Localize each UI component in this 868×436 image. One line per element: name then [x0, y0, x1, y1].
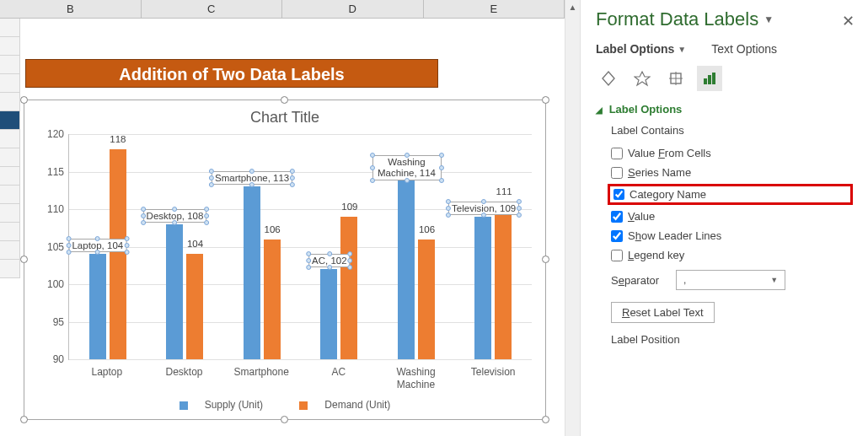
worksheet: B C D E Addition of Two Data Labels Char…	[0, 0, 565, 436]
col-header[interactable]: E	[424, 0, 565, 18]
bar-demand[interactable]	[495, 202, 512, 359]
y-axis-tick: 110	[35, 203, 69, 215]
bar-demand[interactable]	[418, 240, 435, 359]
opt-leader-lines[interactable]: Show Leader Lines	[596, 226, 853, 245]
label-contains-header: Label Contains	[596, 124, 853, 137]
bar-demand[interactable]	[186, 254, 203, 359]
chart-object[interactable]: Chart Title 9095100105110115120Laptop, 1…	[24, 100, 546, 420]
y-axis-tick: 95	[35, 316, 69, 328]
pane-icon-tabs	[596, 66, 853, 91]
checkbox[interactable]	[611, 167, 623, 179]
opt-category-name-label[interactable]: Category Name	[630, 188, 706, 201]
y-axis-tick: 120	[35, 128, 69, 140]
data-label[interactable]: AC, 102	[308, 254, 351, 267]
bar-supply[interactable]	[166, 224, 183, 359]
chevron-down-icon: ▼	[678, 45, 686, 54]
title-banner: Addition of Two Data Labels	[25, 59, 438, 88]
bar-supply[interactable]	[89, 254, 106, 359]
reset-label-text-button[interactable]: Reset Label Text	[611, 302, 715, 323]
close-icon[interactable]: ✕	[842, 12, 855, 30]
tab-text-options[interactable]: Text Options	[711, 42, 777, 56]
bar-demand[interactable]	[264, 240, 281, 359]
opt-series-name[interactable]: Series Name	[596, 163, 853, 182]
bar-supply[interactable]	[474, 217, 491, 359]
label-position-header: Label Position	[596, 333, 853, 346]
data-label[interactable]: 111	[496, 186, 512, 196]
x-axis-tick: AC	[300, 366, 378, 390]
opt-category-name-hl: Category Name	[608, 184, 853, 205]
section-label-options[interactable]: ◢ Label Options	[596, 103, 853, 116]
checkbox[interactable]	[611, 148, 623, 159]
pane-title: Format Data Labels ▼	[596, 8, 853, 30]
data-label[interactable]: Washing Machine, 114	[372, 155, 442, 180]
separator-row: Separator , ▼	[596, 265, 853, 295]
bar-supply[interactable]	[244, 186, 260, 359]
legend-item: Demand (Unit)	[291, 399, 399, 411]
data-label[interactable]: 106	[419, 224, 435, 234]
resize-handle[interactable]	[542, 416, 549, 423]
data-label[interactable]: 118	[110, 134, 126, 144]
y-axis-tick: 100	[35, 278, 69, 290]
bar-demand[interactable]	[340, 217, 357, 359]
fill-icon[interactable]	[596, 66, 621, 91]
x-axis-tick: Laptop	[68, 366, 146, 390]
resize-handle[interactable]	[20, 96, 28, 104]
pane-subtabs: Label Options ▼ Text Options	[596, 42, 853, 56]
svg-rect-3	[708, 75, 711, 84]
collapse-icon: ◢	[596, 105, 603, 115]
x-axis-tick: Desktop	[146, 366, 223, 390]
chart-options-icon[interactable]	[697, 66, 722, 91]
bar-supply[interactable]	[320, 269, 337, 359]
opt-value[interactable]: Value	[596, 207, 853, 226]
col-header[interactable]: C	[142, 0, 283, 18]
y-axis-tick: 90	[35, 353, 69, 365]
bar-supply[interactable]	[398, 179, 415, 359]
resize-handle[interactable]	[281, 96, 288, 104]
column-headers: B C D E	[0, 0, 565, 19]
data-label[interactable]: 106	[265, 224, 281, 234]
size-icon[interactable]	[663, 66, 689, 91]
checkbox[interactable]	[613, 189, 624, 200]
col-header[interactable]: D	[282, 0, 424, 18]
checkbox[interactable]	[611, 211, 623, 223]
x-axis-tick: Television	[454, 366, 532, 390]
svg-rect-2	[704, 78, 707, 84]
format-pane: ✕ Format Data Labels ▼ Label Options ▼ T…	[580, 0, 868, 436]
effects-icon[interactable]	[630, 66, 655, 91]
y-axis-tick: 105	[35, 241, 69, 253]
checkbox[interactable]	[611, 250, 623, 261]
chevron-down-icon[interactable]: ▼	[764, 13, 774, 25]
resize-handle[interactable]	[281, 416, 288, 423]
legend: Supply (Unit) Demand (Unit)	[28, 399, 542, 411]
resize-handle[interactable]	[542, 256, 549, 263]
data-label[interactable]: Television, 109	[448, 202, 519, 215]
plot-area: 9095100105110115120Laptop, 104Desktop, 1…	[68, 134, 532, 360]
data-label[interactable]: 104	[187, 239, 203, 249]
chart-title[interactable]: Chart Title	[28, 104, 542, 130]
legend-item: Supply (Unit)	[171, 399, 271, 411]
app-root: B C D E Addition of Two Data Labels Char…	[0, 0, 868, 436]
resize-handle[interactable]	[20, 256, 28, 263]
resize-handle[interactable]	[542, 96, 549, 104]
data-label[interactable]: Laptop, 104	[68, 239, 126, 252]
x-axis-tick: WashingMachine	[378, 366, 455, 390]
data-label[interactable]: 109	[341, 202, 357, 212]
data-label[interactable]: Desktop, 108	[143, 209, 207, 223]
tab-label-options[interactable]: Label Options ▼	[596, 42, 686, 56]
bar-demand[interactable]	[110, 149, 126, 359]
scroll-up-icon[interactable]: ▲	[565, 0, 580, 15]
resize-handle[interactable]	[20, 416, 28, 423]
data-label[interactable]: Smartphone, 113	[212, 171, 292, 185]
chart-area: Chart Title 9095100105110115120Laptop, 1…	[28, 104, 542, 416]
checkbox[interactable]	[611, 230, 623, 242]
vertical-scrollbar[interactable]: ▲	[565, 0, 580, 436]
y-axis-tick: 115	[35, 166, 69, 178]
opt-value-from-cells[interactable]: Value From Cells	[596, 143, 853, 163]
x-axis-tick: Smartphone	[222, 366, 300, 390]
separator-dropdown[interactable]: , ▼	[676, 270, 785, 290]
svg-marker-0	[635, 72, 650, 85]
col-header[interactable]: B	[0, 0, 142, 18]
row-headers	[0, 19, 20, 278]
x-axis-labels: LaptopDesktopSmartphoneACWashingMachineT…	[68, 366, 532, 390]
opt-legend-key[interactable]: Legend key	[596, 245, 853, 265]
